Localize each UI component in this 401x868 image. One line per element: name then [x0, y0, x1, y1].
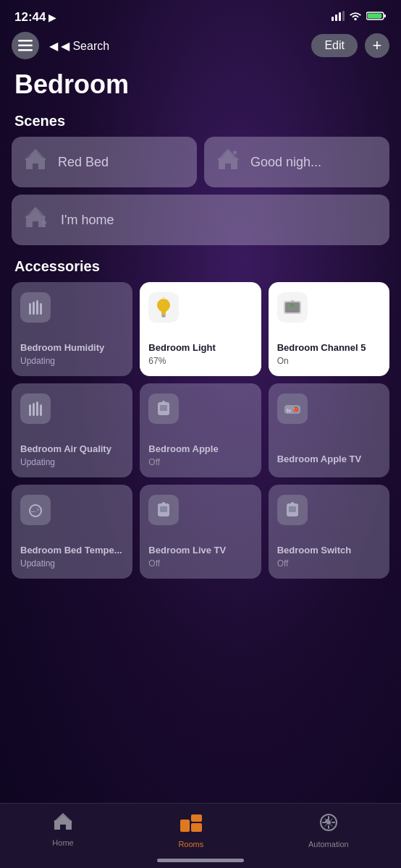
- accessory-livetv-icon: [148, 495, 179, 525]
- svg-rect-21: [162, 316, 166, 318]
- accessory-bedtemp-name: Bedroom Bed Tempe...: [20, 545, 124, 557]
- svg-rect-33: [160, 405, 167, 411]
- accessory-bedtemp[interactable]: –·° Bedroom Bed Tempe... Updating: [12, 485, 132, 579]
- accessory-light[interactable]: Bedroom Light 67%: [140, 282, 261, 376]
- accessory-channel5-status: On: [277, 356, 381, 366]
- edit-button[interactable]: Edit: [311, 34, 358, 57]
- back-chevron: ◀: [49, 39, 58, 53]
- svg-point-4: [354, 18, 357, 21]
- accessory-airquality-icon: [20, 393, 51, 424]
- accessory-switch-icon: [277, 495, 308, 525]
- svg-rect-8: [18, 40, 33, 42]
- svg-point-15: [42, 221, 46, 225]
- accessory-light-status: 67%: [148, 356, 252, 366]
- svg-rect-17: [33, 302, 35, 315]
- accessory-humidity-status: Updating: [20, 356, 124, 366]
- accessory-livetv[interactable]: Bedroom Live TV Off: [140, 485, 261, 579]
- status-bar: 12:44 ▶: [0, 0, 401, 29]
- scene-im-home[interactable]: I'm home: [12, 195, 389, 245]
- scene-im-home-label: I'm home: [61, 213, 114, 228]
- accessory-switch-status: Off: [277, 558, 381, 569]
- svg-rect-41: [160, 506, 167, 512]
- scenes-section: Red Bed ★ Good nigh...: [0, 137, 401, 252]
- svg-rect-34: [162, 401, 165, 403]
- accessory-airquality-name: Bedroom Air Quality: [20, 443, 124, 456]
- svg-rect-45: [291, 502, 294, 504]
- page-title: Bedroom: [0, 65, 401, 107]
- accessory-apple-name: Bedroom Apple: [148, 443, 252, 456]
- tab-rooms-label: Rooms: [178, 840, 203, 848]
- svg-rect-16: [29, 303, 31, 315]
- accessory-humidity-name: Bedroom Humidity: [20, 342, 124, 354]
- svg-rect-3: [342, 11, 345, 21]
- back-label: ◀ Search: [61, 39, 109, 53]
- svg-rect-29: [33, 403, 35, 416]
- accessory-channel5[interactable]: Bedroom Channel 5 On: [269, 282, 389, 376]
- scene-good-night[interactable]: ★ Good nigh...: [204, 137, 389, 187]
- back-button[interactable]: ◀ ◀ Search: [49, 39, 109, 53]
- svg-text:★: ★: [232, 148, 238, 156]
- accessory-apple-status: Off: [148, 457, 252, 467]
- tab-rooms[interactable]: Rooms: [178, 812, 203, 848]
- svg-rect-49: [191, 823, 202, 832]
- accessory-appletv-name: Bedroom Apple TV: [277, 454, 381, 466]
- accessory-apple[interactable]: Bedroom Apple Off: [140, 383, 261, 477]
- svg-rect-31: [40, 404, 42, 416]
- svg-text:🍎: 🍎: [292, 406, 299, 412]
- svg-rect-44: [289, 506, 296, 512]
- scene-good-night-icon: ★: [216, 148, 240, 177]
- svg-rect-30: [36, 401, 38, 416]
- accessory-light-name: Bedroom Light: [148, 342, 252, 354]
- nav-bar: ◀ ◀ Search Edit +: [0, 29, 401, 65]
- scene-home-icon: [23, 148, 48, 177]
- accessories-grid: Bedroom Humidity Updating Bedroom Light …: [0, 282, 401, 579]
- scene-red-bed-label: Red Bed: [58, 155, 109, 170]
- location-icon: ▶: [48, 12, 56, 23]
- accessory-channel5-icon: [277, 292, 308, 323]
- svg-rect-2: [339, 12, 341, 21]
- svg-rect-19: [40, 303, 42, 315]
- accessories-label: Accessories: [0, 252, 401, 282]
- svg-rect-47: [180, 820, 190, 832]
- accessory-livetv-status: Off: [148, 558, 252, 569]
- accessory-light-icon: [148, 292, 179, 323]
- accessory-switch-name: Bedroom Switch: [277, 545, 381, 557]
- add-button[interactable]: +: [365, 33, 389, 58]
- scene-red-bed[interactable]: Red Bed: [12, 137, 197, 187]
- tab-automation-label: Automation: [308, 840, 349, 848]
- svg-text:–·°: –·°: [31, 508, 40, 515]
- svg-rect-42: [162, 502, 165, 504]
- accessory-appletv[interactable]: tv 🍎 Bedroom Apple TV: [269, 383, 389, 477]
- svg-rect-1: [335, 14, 337, 21]
- svg-point-51: [326, 820, 331, 825]
- svg-rect-26: [291, 300, 294, 302]
- tab-rooms-icon: [180, 812, 203, 837]
- nav-left: ◀ ◀ Search: [12, 32, 109, 59]
- svg-rect-6: [384, 14, 386, 17]
- svg-text:tv: tv: [287, 407, 291, 414]
- battery-icon: [366, 11, 387, 24]
- svg-rect-0: [332, 17, 334, 21]
- svg-rect-27: [290, 304, 295, 307]
- scene-im-home-icon: [23, 205, 51, 235]
- svg-rect-20: [161, 315, 166, 316]
- list-button[interactable]: [12, 32, 39, 59]
- accessory-humidity-icon: [20, 292, 51, 323]
- signal-icon: [332, 11, 345, 24]
- svg-rect-10: [18, 49, 33, 51]
- svg-rect-9: [18, 45, 33, 47]
- accessory-appletv-icon: tv 🍎: [277, 393, 308, 424]
- svg-rect-48: [191, 814, 202, 822]
- home-indicator: [157, 859, 244, 862]
- accessory-switch[interactable]: Bedroom Switch Off: [269, 485, 389, 579]
- accessory-apple-icon: [148, 393, 179, 424]
- time-display: 12:44: [14, 10, 46, 25]
- accessory-bedtemp-status: Updating: [20, 558, 124, 569]
- tab-home[interactable]: Home: [52, 812, 73, 847]
- tab-home-label: Home: [52, 838, 73, 847]
- tab-home-icon: [53, 812, 73, 835]
- accessory-bedtemp-icon: –·°: [20, 495, 51, 525]
- accessory-airquality[interactable]: Bedroom Air Quality Updating: [12, 383, 132, 477]
- accessory-humidity[interactable]: Bedroom Humidity Updating: [12, 282, 132, 376]
- tab-automation[interactable]: Automation: [308, 812, 349, 848]
